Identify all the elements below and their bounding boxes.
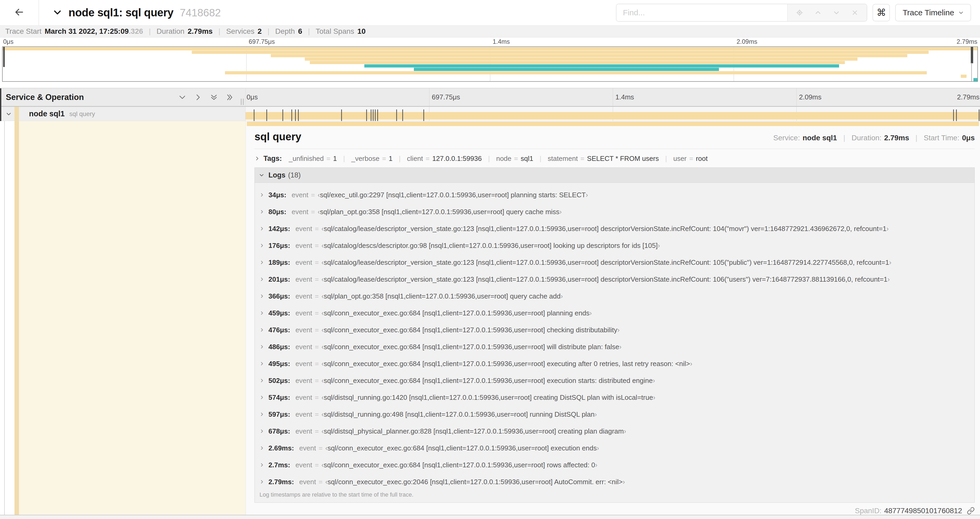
log-timestamp: 678μs: bbox=[269, 427, 290, 435]
log-field-key: event bbox=[295, 225, 312, 233]
summary-value: March 31 2022, 17:25:09 bbox=[45, 27, 129, 35]
log-timestamp: 574μs: bbox=[269, 393, 290, 402]
timeline-minimap[interactable] bbox=[2, 46, 978, 82]
find-next-icon[interactable] bbox=[832, 9, 840, 17]
log-field-key: event bbox=[295, 292, 312, 300]
log-entry[interactable]: 574μs:event=‹sql/distsql_running.go:1420… bbox=[255, 389, 974, 406]
log-field-key: event bbox=[295, 427, 312, 435]
log-marker-tick bbox=[979, 109, 980, 122]
span-bar-cell[interactable] bbox=[245, 107, 980, 121]
log-entry[interactable]: 678μs:event=‹sql/distsql_physical_planne… bbox=[255, 423, 974, 440]
keyboard-shortcuts-button[interactable]: ⌘ bbox=[872, 4, 890, 21]
span-detail-indent-column bbox=[0, 121, 245, 515]
summary-value: 6 bbox=[298, 27, 302, 35]
log-entry[interactable]: 189μs:event=‹sql/catalog/lease/descripto… bbox=[255, 254, 974, 271]
log-entry[interactable]: 459μs:event=‹sql/conn_executor_exec.go:6… bbox=[255, 305, 974, 321]
chevron-down-icon bbox=[958, 10, 964, 15]
span-collapse-icon[interactable] bbox=[6, 111, 11, 117]
tag-equals: = bbox=[382, 155, 386, 163]
log-field-key: event bbox=[295, 326, 312, 334]
chevron-down-icon[interactable] bbox=[178, 93, 186, 101]
view-selector-button[interactable]: Trace Timeline bbox=[895, 4, 971, 21]
summary-divider: | bbox=[267, 27, 269, 35]
chevron-right-icon[interactable] bbox=[194, 93, 202, 101]
tags-section-toggle[interactable]: Tags: _unfinished=1|_verbose=1|client=12… bbox=[255, 154, 975, 163]
log-marker-tick bbox=[377, 109, 378, 122]
trace-timeline-page: node sql1: sql query 7418682 bbox=[0, 0, 980, 519]
column-resize-grip[interactable] bbox=[241, 99, 244, 105]
span-row: node sql1 sql query bbox=[0, 107, 980, 121]
span-duration-bar[interactable] bbox=[245, 112, 980, 120]
double-chevron-down-icon[interactable] bbox=[210, 93, 218, 101]
find-input[interactable] bbox=[616, 4, 787, 21]
log-field-equals: = bbox=[315, 410, 319, 418]
summary-value: 2 bbox=[258, 27, 262, 35]
log-entry[interactable]: 2.79ms:event=‹sql/conn_executor_exec.go:… bbox=[255, 473, 974, 490]
log-field-key: event bbox=[295, 410, 312, 418]
meta-value: 2.79ms bbox=[884, 134, 909, 142]
log-field-value: ‹sql/catalog/lease/descriptor_version_st… bbox=[321, 275, 889, 284]
logs-section-toggle[interactable]: Logs (18) bbox=[255, 168, 974, 183]
log-entry[interactable]: 142μs:event=‹sql/catalog/lease/descripto… bbox=[255, 220, 974, 237]
axis-tick-label: 697.75μs bbox=[429, 93, 460, 101]
find-prev-icon[interactable] bbox=[814, 9, 822, 17]
tag-value: 127.0.0.1:59936 bbox=[432, 155, 482, 163]
span-row-name-cell[interactable]: node sql1 sql query bbox=[0, 107, 245, 121]
span-detail-header: sql query Service:node sql1|Duration:2.7… bbox=[255, 131, 975, 145]
span-duration-bar[interactable] bbox=[247, 121, 979, 126]
minimap-span bbox=[961, 75, 967, 78]
logs-section: Logs (18) 34μs:event=‹sql/exec_util.go:2… bbox=[255, 168, 975, 503]
minimap-left-scrubber[interactable] bbox=[3, 47, 5, 67]
log-entry[interactable]: 34μs:event=‹sql/exec_util.go:2297 [nsql1… bbox=[255, 187, 974, 203]
log-entry[interactable]: 80μs:event=‹sql/plan_opt.go:358 [nsql1,c… bbox=[255, 203, 974, 220]
span-operation-title: sql query bbox=[255, 131, 301, 143]
link-icon[interactable] bbox=[967, 507, 975, 515]
tag-key: statement bbox=[548, 155, 578, 163]
minimap-scrubber-line bbox=[971, 63, 972, 81]
axis-tick-label: 697.75μs bbox=[246, 38, 275, 45]
log-field-key: event bbox=[295, 461, 312, 469]
tag-value: 1 bbox=[333, 155, 337, 163]
log-entry[interactable]: 495μs:event=‹sql/conn_executor_exec.go:6… bbox=[255, 355, 974, 372]
log-entry[interactable]: 2.7ms:event=‹sql/conn_executor_exec.go:6… bbox=[255, 457, 974, 473]
chevron-right-icon bbox=[259, 209, 264, 214]
find-clear-icon[interactable] bbox=[851, 9, 859, 17]
logs-label: Logs bbox=[269, 171, 286, 179]
summary-value: 10 bbox=[358, 27, 366, 35]
collapse-trace-icon[interactable] bbox=[52, 8, 62, 18]
log-entry[interactable]: 486μs:event=‹sql/conn_executor_exec.go:6… bbox=[255, 339, 974, 355]
log-entry[interactable]: 2.69ms:event=‹sql/conn_executor_exec.go:… bbox=[255, 440, 974, 457]
minimap-span bbox=[414, 68, 719, 71]
log-field-value: ‹sql/exec_util.go:2297 [nsql1,client=127… bbox=[318, 191, 588, 199]
back-button[interactable] bbox=[0, 0, 39, 25]
trace-title-group: node sql1: sql query 7418682 bbox=[52, 6, 221, 19]
tag-key: user bbox=[673, 155, 687, 163]
double-chevron-right-icon[interactable] bbox=[226, 93, 234, 101]
log-entry[interactable]: 502μs:event=‹sql/conn_executor_exec.go:6… bbox=[255, 372, 974, 389]
log-field-key: event bbox=[295, 259, 312, 267]
view-selector-label: Trace Timeline bbox=[902, 8, 954, 17]
log-entry[interactable]: 366μs:event=‹sql/plan_opt.go:358 [nsql1,… bbox=[255, 288, 974, 305]
axis-tick-label: 2.79ms bbox=[956, 38, 977, 45]
log-marker-tick bbox=[291, 109, 292, 122]
summary-divider: | bbox=[308, 27, 310, 35]
log-entry[interactable]: 597μs:event=‹sql/distsql_running.go:498 … bbox=[255, 406, 974, 423]
log-entry[interactable]: 176μs:event=‹sql/catalog/descs/descripto… bbox=[255, 237, 974, 254]
locate-icon[interactable] bbox=[795, 9, 803, 17]
log-field-value: ‹sql/conn_executor_exec.go:684 [nsql1,cl… bbox=[321, 377, 655, 385]
log-entry[interactable]: 476μs:event=‹sql/conn_executor_exec.go:6… bbox=[255, 321, 974, 339]
ruler-gridline bbox=[429, 88, 430, 106]
command-icon: ⌘ bbox=[877, 7, 886, 18]
page-title: node sql1: sql query bbox=[68, 6, 173, 19]
log-field-equals: = bbox=[315, 461, 319, 469]
minimap-span bbox=[192, 51, 929, 54]
log-entry[interactable]: 201μs:event=‹sql/catalog/lease/descripto… bbox=[255, 271, 974, 288]
tag-equals: = bbox=[581, 155, 584, 163]
tag-key: node bbox=[496, 155, 511, 163]
log-marker-tick bbox=[295, 109, 296, 122]
meta-value: 0μs bbox=[962, 134, 975, 142]
chevron-right-icon bbox=[259, 243, 264, 248]
meta-divider: | bbox=[843, 134, 845, 142]
log-field-key: event bbox=[295, 241, 312, 250]
minimap-right-scrubber[interactable] bbox=[971, 47, 973, 63]
